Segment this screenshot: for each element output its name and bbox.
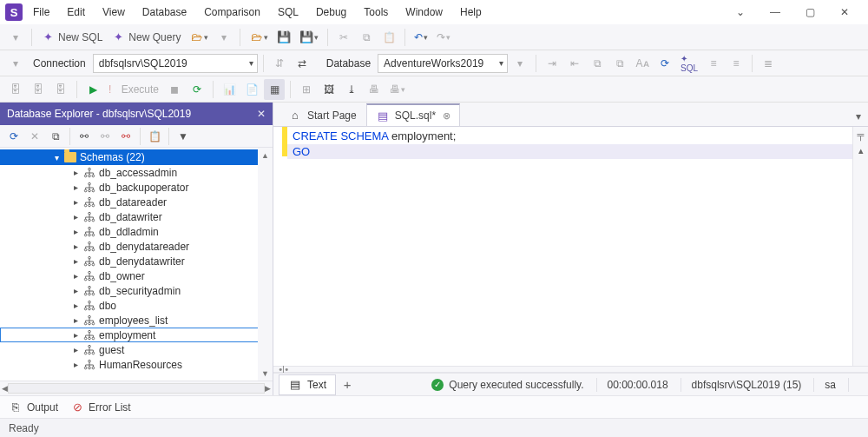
execute-button[interactable]: ! Execute <box>105 79 162 100</box>
expand-icon[interactable]: ▸ <box>71 271 80 281</box>
collapse-icon[interactable]: ▾ <box>52 153 61 162</box>
expand-icon[interactable]: ▸ <box>71 360 80 369</box>
window-minimize-icon[interactable]: ― <box>766 6 785 18</box>
vertical-scrollbar[interactable]: ▲ ▼ <box>258 148 273 381</box>
connection-icon[interactable]: ⚯ <box>95 126 115 147</box>
menu-file[interactable]: File <box>26 3 56 22</box>
refresh-icon[interactable]: ⟳ <box>654 53 675 74</box>
result-tab-text[interactable]: ▤ Text <box>279 374 336 395</box>
save-icon[interactable]: 💾 <box>273 27 294 48</box>
expand-icon[interactable]: ▸ <box>71 315 80 325</box>
stop-icon[interactable]: ◼ <box>164 79 185 100</box>
uncomment-icon[interactable]: ⧉ <box>609 53 630 74</box>
copy-icon[interactable]: ⧉ <box>356 27 377 48</box>
expand-icon[interactable]: ▸ <box>71 345 80 354</box>
close-tab-icon[interactable]: ⊗ <box>443 110 450 122</box>
refresh-icon[interactable]: ⟳ <box>3 126 24 147</box>
cut-icon[interactable]: ✂ <box>333 27 354 48</box>
tab-sql-file[interactable]: ▤ SQL.sql* ⊗ <box>366 103 460 126</box>
schema-item[interactable]: ▸db_securityadmin <box>0 283 273 298</box>
menu-tools[interactable]: Tools <box>357 3 395 22</box>
open-file-icon[interactable]: 🗁▾ <box>246 27 272 48</box>
schema-item[interactable]: ▸HumanResources <box>0 357 273 372</box>
save-all-icon[interactable]: 💾▾ <box>296 27 322 48</box>
schema-item[interactable]: ▸db_datareader <box>0 195 273 209</box>
schema-item[interactable]: ▸db_denydatawriter <box>0 254 273 268</box>
scroll-up-icon[interactable]: ▴ <box>855 144 867 156</box>
schema-item[interactable]: ▸db_owner <box>0 268 273 283</box>
menu-edit[interactable]: Edit <box>60 3 92 22</box>
database-icon[interactable]: 🗄 <box>28 79 49 100</box>
delete-icon[interactable]: ✕ <box>24 126 45 147</box>
new-sql-button[interactable]: ✦New SQL <box>37 27 106 48</box>
align-right-icon[interactable]: ≡ <box>726 53 746 74</box>
window-close-icon[interactable]: ✕ <box>835 6 854 18</box>
server-icon[interactable]: 🗄 <box>5 79 26 100</box>
schema-item[interactable]: ▸db_datawriter <box>0 209 273 224</box>
expand-icon[interactable]: ▸ <box>71 197 80 207</box>
switch-connection-icon[interactable]: ⇄ <box>292 53 312 74</box>
code-editor[interactable]: CREATE SCHEMA employment; GO <box>287 127 852 366</box>
schema-item[interactable]: ▸employees_list <box>0 313 273 328</box>
close-icon[interactable]: ✕ <box>257 108 266 120</box>
horizontal-scrollbar[interactable]: ◀ ▶ <box>0 381 273 395</box>
new-query-button[interactable]: ✦New Query <box>108 27 184 48</box>
expand-icon[interactable]: ▸ <box>71 212 80 222</box>
execute-icon[interactable]: ▶ <box>82 79 103 100</box>
output-tab[interactable]: ⎘Output <box>9 401 58 414</box>
open-icon[interactable]: 🗁▾ <box>186 27 212 48</box>
split-icon[interactable]: ╤ <box>855 129 867 141</box>
add-result-tab[interactable]: + <box>336 377 358 392</box>
redo-icon[interactable]: ↷▾ <box>433 27 454 48</box>
chevron-down-icon[interactable]: ⌄ <box>731 6 750 18</box>
database-menu-icon[interactable]: ▾ <box>510 53 530 74</box>
menu-sql[interactable]: SQL <box>271 3 306 22</box>
menu-debug[interactable]: Debug <box>309 3 353 22</box>
expand-icon[interactable]: ▸ <box>71 242 80 251</box>
expand-icon[interactable]: ▸ <box>71 301 80 310</box>
expand-icon[interactable]: ▸ <box>71 168 80 177</box>
menu-view[interactable]: View <box>95 3 132 22</box>
connection-dropdown[interactable]: dbfsqlsrv\SQL2019 ▾ <box>93 54 258 73</box>
expand-icon[interactable]: ▸ <box>71 330 80 340</box>
schema-item[interactable]: ▸db_accessadmin <box>0 165 273 180</box>
schema-item[interactable]: ▸guest <box>0 342 273 357</box>
expand-icon[interactable]: ▸ <box>71 227 80 236</box>
export-icon[interactable]: ⤓ <box>341 79 362 100</box>
schemas-folder[interactable]: ▾ Schemas (22) <box>0 149 273 165</box>
tab-overflow-icon[interactable]: ▾ <box>849 107 868 126</box>
filter-icon[interactable]: ▼ <box>173 126 194 147</box>
error-list-tab[interactable]: ⊘Error List <box>70 401 131 414</box>
databases-icon[interactable]: 🗄 <box>50 79 71 100</box>
schema-item[interactable]: ▸dbo <box>0 298 273 313</box>
overview-ruler[interactable]: ╤ ▴ <box>852 127 868 366</box>
schema-item[interactable]: ▸employment <box>0 328 273 342</box>
copy-icon[interactable]: ⧉ <box>45 126 66 147</box>
new-connection-icon[interactable]: ⚯ <box>74 126 95 147</box>
menu-comparison[interactable]: Comparison <box>197 3 267 22</box>
profiler-icon[interactable]: 📊 <box>219 79 240 100</box>
clipboard-icon[interactable]: 📋 <box>144 126 165 147</box>
schema-item[interactable]: ▸db_ddladmin <box>0 224 273 239</box>
grid-icon[interactable]: ▦ <box>264 79 285 100</box>
sql-icon[interactable]: ✦SQL <box>677 53 701 74</box>
schema-item[interactable]: ▸db_denydatareader <box>0 239 273 254</box>
print-menu-icon[interactable]: 🖶▾ <box>386 79 409 100</box>
align-left-icon[interactable]: ≡ <box>703 53 724 74</box>
image-icon[interactable]: 🖼 <box>319 79 339 100</box>
expand-icon[interactable]: ▸ <box>71 286 80 295</box>
disconnect-icon[interactable]: ⚯ <box>115 126 136 147</box>
recent-dropdown-icon[interactable]: ▾ <box>214 27 234 48</box>
expand-icon[interactable]: ▸ <box>71 256 80 266</box>
window-maximize-icon[interactable]: ▢ <box>800 6 819 18</box>
reconnect-icon[interactable]: ⟳ <box>187 79 207 100</box>
tab-start-page[interactable]: ⌂ Start Page <box>279 103 366 126</box>
menu-database[interactable]: Database <box>135 3 194 22</box>
splitter[interactable]: ⦁|⦁ <box>273 366 868 373</box>
menu-window[interactable]: Window <box>398 3 450 22</box>
database-dropdown[interactable]: AdventureWorks2019 ▾ <box>378 54 508 73</box>
format-icon[interactable]: Aᴀ <box>632 53 653 74</box>
comment-icon[interactable]: ⧉ <box>587 53 608 74</box>
list-icon[interactable]: ≣ <box>758 53 779 74</box>
outdent-icon[interactable]: ⇤ <box>564 53 585 74</box>
